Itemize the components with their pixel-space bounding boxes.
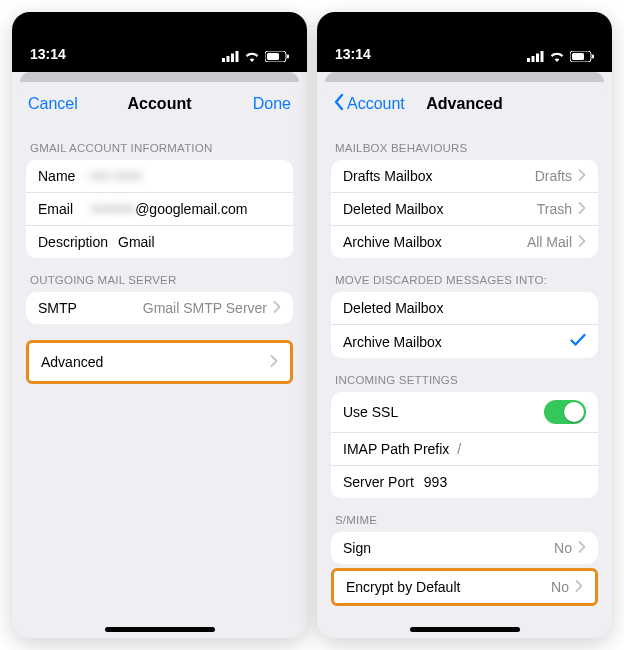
group-gmail-info: Name •••• •••••• Email ••••••••• @google…	[26, 160, 293, 258]
chevron-right-icon	[575, 579, 583, 595]
section-header-smime: S/MIME	[321, 498, 608, 532]
ssl-label: Use SSL	[343, 404, 398, 420]
deleted-label: Deleted Mailbox	[343, 201, 443, 217]
checkmark-icon	[570, 333, 586, 350]
chevron-right-icon	[578, 234, 586, 250]
advanced-label: Advanced	[41, 354, 103, 370]
chevron-right-icon	[578, 201, 586, 217]
home-indicator	[410, 627, 520, 632]
chevron-right-icon	[273, 300, 281, 316]
row-smtp[interactable]: SMTP Gmail SMTP Server	[26, 292, 293, 324]
row-imap-prefix[interactable]: IMAP Path Prefix /	[331, 432, 598, 465]
chevron-right-icon	[270, 354, 278, 370]
section-header-discarded: MOVE DISCARDED MESSAGES INTO:	[321, 258, 608, 292]
phone-advanced-screen: 13:14 Account Advanced	[317, 12, 612, 638]
sign-label: Sign	[343, 540, 371, 556]
ssl-toggle-on[interactable]	[544, 400, 586, 424]
back-button[interactable]: Account	[333, 93, 405, 115]
chevron-right-icon	[578, 168, 586, 184]
row-deleted-mailbox[interactable]: Deleted Mailbox Trash	[331, 192, 598, 225]
navbar: Cancel Account Done	[16, 82, 303, 126]
description-value: Gmail	[118, 234, 155, 250]
cancel-button[interactable]: Cancel	[28, 95, 78, 113]
background-sheet-edge	[20, 72, 299, 82]
status-indicators	[222, 51, 289, 62]
encrypt-value: No	[551, 579, 569, 595]
group-discarded: Deleted Mailbox Archive Mailbox	[331, 292, 598, 358]
status-bar: 13:14	[12, 12, 307, 72]
battery-icon	[570, 51, 594, 62]
description-label: Description	[38, 234, 108, 250]
section-header-outgoing: OUTGOING MAIL SERVER	[16, 258, 303, 292]
row-archive-mailbox[interactable]: Archive Mailbox All Mail	[331, 225, 598, 258]
group-smime: Sign No	[331, 532, 598, 564]
email-domain: @googlemail.com	[135, 201, 247, 217]
row-sign[interactable]: Sign No	[331, 532, 598, 564]
group-behaviours: Drafts Mailbox Drafts Deleted Mailbox Tr…	[331, 160, 598, 258]
row-advanced[interactable]: Advanced	[29, 343, 290, 381]
status-time: 13:14	[30, 46, 66, 62]
section-header-incoming: INCOMING SETTINGS	[321, 358, 608, 392]
svg-rect-2	[231, 54, 234, 63]
section-header-gmail-info: GMAIL ACCOUNT INFORMATION	[16, 126, 303, 160]
drafts-label: Drafts Mailbox	[343, 168, 432, 184]
status-time: 13:14	[335, 46, 371, 62]
svg-rect-10	[541, 51, 544, 62]
svg-rect-13	[592, 55, 594, 59]
imap-label: IMAP Path Prefix	[343, 441, 449, 457]
row-discard-deleted[interactable]: Deleted Mailbox	[331, 292, 598, 324]
archive-value: All Mail	[527, 234, 572, 250]
cellular-signal-icon	[527, 51, 544, 62]
status-indicators	[527, 51, 594, 62]
smtp-value: Gmail SMTP Server	[143, 300, 267, 316]
discard-archive-label: Archive Mailbox	[343, 334, 442, 350]
phone-account-screen: 13:14 Cancel Account Done GMAIL ACCOUN	[12, 12, 307, 638]
port-value: 993	[424, 474, 447, 490]
cellular-signal-icon	[222, 51, 239, 62]
imap-value: /	[457, 441, 461, 457]
svg-rect-9	[536, 54, 539, 63]
svg-rect-3	[236, 51, 239, 62]
row-description[interactable]: Description Gmail	[26, 225, 293, 258]
chevron-right-icon	[578, 540, 586, 556]
status-bar: 13:14	[317, 12, 612, 72]
port-label: Server Port	[343, 474, 414, 490]
deleted-value: Trash	[537, 201, 572, 217]
svg-rect-12	[572, 53, 584, 60]
email-prefix-hidden: •••••••••	[91, 201, 135, 217]
done-button[interactable]: Done	[253, 95, 291, 113]
svg-rect-6	[287, 55, 289, 59]
row-use-ssl[interactable]: Use SSL	[331, 392, 598, 432]
background-sheet-edge	[325, 72, 604, 82]
back-label: Account	[347, 95, 405, 113]
wifi-icon	[549, 51, 565, 62]
name-label: Name	[38, 168, 75, 184]
group-encrypt-highlighted: Encrypt by Default No	[331, 568, 598, 606]
name-value-hidden: •••• ••••••	[89, 168, 142, 184]
svg-rect-1	[227, 56, 230, 62]
row-server-port[interactable]: Server Port 993	[331, 465, 598, 498]
group-outgoing: SMTP Gmail SMTP Server	[26, 292, 293, 324]
row-drafts-mailbox[interactable]: Drafts Mailbox Drafts	[331, 160, 598, 192]
svg-rect-0	[222, 58, 225, 62]
encrypt-label: Encrypt by Default	[346, 579, 460, 595]
wifi-icon	[244, 51, 260, 62]
drafts-value: Drafts	[535, 168, 572, 184]
email-label: Email	[38, 201, 73, 217]
row-name[interactable]: Name •••• ••••••	[26, 160, 293, 192]
sign-value: No	[554, 540, 572, 556]
section-header-behaviours: MAILBOX BEHAVIOURS	[321, 126, 608, 160]
svg-rect-7	[527, 58, 530, 62]
home-indicator	[105, 627, 215, 632]
svg-rect-8	[532, 56, 535, 62]
battery-icon	[265, 51, 289, 62]
row-discard-archive[interactable]: Archive Mailbox	[331, 324, 598, 358]
discard-deleted-label: Deleted Mailbox	[343, 300, 443, 316]
group-incoming: Use SSL IMAP Path Prefix / Server Port 9…	[331, 392, 598, 498]
svg-rect-5	[267, 53, 279, 60]
smtp-label: SMTP	[38, 300, 77, 316]
chevron-left-icon	[333, 93, 345, 115]
row-email[interactable]: Email ••••••••• @googlemail.com	[26, 192, 293, 225]
archive-label: Archive Mailbox	[343, 234, 442, 250]
row-encrypt-by-default[interactable]: Encrypt by Default No	[334, 571, 595, 603]
